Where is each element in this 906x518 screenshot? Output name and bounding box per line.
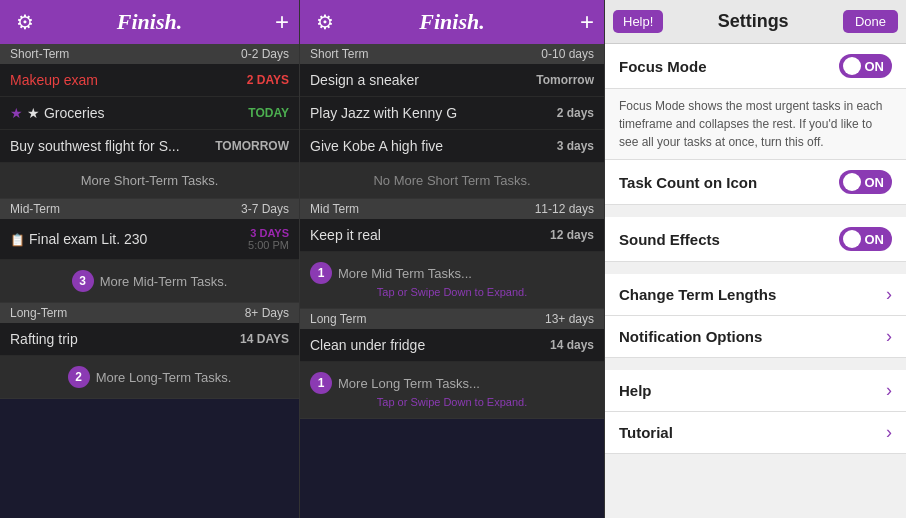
task-count-toggle[interactable]: ON xyxy=(839,170,893,194)
more-mid-term-middle[interactable]: 1 More Mid Term Tasks... Tap or Swipe Do… xyxy=(300,252,604,309)
task-rafting[interactable]: Rafting trip 14 DAYS xyxy=(0,323,299,356)
chevron-right-icon-tutorial: › xyxy=(886,422,892,443)
task-southwest[interactable]: Buy southwest flight for S... TOMORROW xyxy=(0,130,299,163)
left-header: ⚙ Finish. + xyxy=(0,0,299,44)
focus-mode-description: Focus Mode shows the most urgent tasks i… xyxy=(605,89,906,160)
star-icon: ★ xyxy=(10,105,23,121)
settings-gap-2 xyxy=(605,262,906,274)
sound-effects-row[interactable]: Sound Effects ON xyxy=(605,217,906,262)
toggle-knob-focus xyxy=(843,57,861,75)
chevron-right-icon-term: › xyxy=(886,284,892,305)
middle-mid-term-header: Mid Term 11-12 days xyxy=(300,199,604,219)
focus-mode-row[interactable]: Focus Mode ON xyxy=(605,44,906,89)
long-term-badge-left: 2 xyxy=(68,366,90,388)
help-label: Help xyxy=(619,382,652,399)
notification-options-label: Notification Options xyxy=(619,328,762,345)
middle-header: ⚙ Finish. + xyxy=(300,0,604,44)
chevron-right-icon-help: › xyxy=(886,380,892,401)
mid-term-badge-left: 3 xyxy=(72,270,94,292)
middle-panel: ⚙ Finish. + Short Term 0-10 days Design … xyxy=(300,0,605,518)
left-long-term-header: Long-Term 8+ Days xyxy=(0,303,299,323)
help-button[interactable]: Help! xyxy=(613,10,663,33)
left-app-title: Finish. xyxy=(40,9,259,35)
task-makeup-exam[interactable]: Makeup exam 2 DAYS xyxy=(0,64,299,97)
change-term-label: Change Term Lengths xyxy=(619,286,776,303)
doc-icon: 📋 xyxy=(10,233,25,247)
more-long-term-middle[interactable]: 1 More Long Term Tasks... Tap or Swipe D… xyxy=(300,362,604,419)
done-button[interactable]: Done xyxy=(843,10,898,33)
focus-mode-state: ON xyxy=(865,59,885,74)
add-task-button-middle[interactable]: + xyxy=(564,8,594,36)
settings-gap-1 xyxy=(605,205,906,217)
tutorial-row[interactable]: Tutorial › xyxy=(605,412,906,454)
left-mid-term-header: Mid-Term 3-7 Days xyxy=(0,199,299,219)
left-panel: ⚙ Finish. + Short-Term 0-2 Days Makeup e… xyxy=(0,0,300,518)
task-play-jazz[interactable]: Play Jazz with Kenny G 2 days xyxy=(300,97,604,130)
middle-long-term-header: Long Term 13+ days xyxy=(300,309,604,329)
settings-scroll: Focus Mode ON Focus Mode shows the most … xyxy=(605,44,906,518)
settings-header: Help! Settings Done xyxy=(605,0,906,44)
more-long-term-left[interactable]: 2 More Long-Term Tasks. xyxy=(0,356,299,399)
task-design-sneaker[interactable]: Design a sneaker Tomorrow xyxy=(300,64,604,97)
middle-app-title: Finish. xyxy=(340,9,564,35)
middle-short-term-header: Short Term 0-10 days xyxy=(300,44,604,64)
sound-effects-toggle[interactable]: ON xyxy=(839,227,893,251)
task-count-row[interactable]: Task Count on Icon ON xyxy=(605,160,906,205)
task-count-label: Task Count on Icon xyxy=(619,174,757,191)
left-short-term-header: Short-Term 0-2 Days xyxy=(0,44,299,64)
focus-mode-label: Focus Mode xyxy=(619,58,707,75)
notification-options-row[interactable]: Notification Options › xyxy=(605,316,906,358)
task-keep-real[interactable]: Keep it real 12 days xyxy=(300,219,604,252)
task-kobe[interactable]: Give Kobe A high five 3 days xyxy=(300,130,604,163)
add-task-button-left[interactable]: + xyxy=(259,8,289,36)
task-final-exam[interactable]: 📋Final exam Lit. 230 3 DAYS 5:00 PM xyxy=(0,219,299,260)
mid-term-badge-middle: 1 xyxy=(310,262,332,284)
help-row[interactable]: Help › xyxy=(605,370,906,412)
no-more-short-term: No More Short Term Tasks. xyxy=(300,163,604,199)
gear-icon-middle[interactable]: ⚙ xyxy=(310,10,340,34)
more-mid-term-left[interactable]: 3 More Mid-Term Tasks. xyxy=(0,260,299,303)
settings-panel: Help! Settings Done Focus Mode ON Focus … xyxy=(605,0,906,518)
gear-icon-left[interactable]: ⚙ xyxy=(10,10,40,34)
task-clean-fridge[interactable]: Clean under fridge 14 days xyxy=(300,329,604,362)
sound-effects-label: Sound Effects xyxy=(619,231,720,248)
long-term-badge-middle: 1 xyxy=(310,372,332,394)
toggle-knob-sound xyxy=(843,230,861,248)
sound-effects-state: ON xyxy=(865,232,885,247)
task-groceries[interactable]: ★★ Groceries TODAY xyxy=(0,97,299,130)
toggle-knob-task-count xyxy=(843,173,861,191)
chevron-right-icon-notification: › xyxy=(886,326,892,347)
settings-gap-3 xyxy=(605,358,906,370)
focus-mode-toggle[interactable]: ON xyxy=(839,54,893,78)
task-count-state: ON xyxy=(865,175,885,190)
more-short-term-left[interactable]: More Short-Term Tasks. xyxy=(0,163,299,199)
change-term-row[interactable]: Change Term Lengths › xyxy=(605,274,906,316)
tutorial-label: Tutorial xyxy=(619,424,673,441)
settings-title: Settings xyxy=(718,11,789,32)
